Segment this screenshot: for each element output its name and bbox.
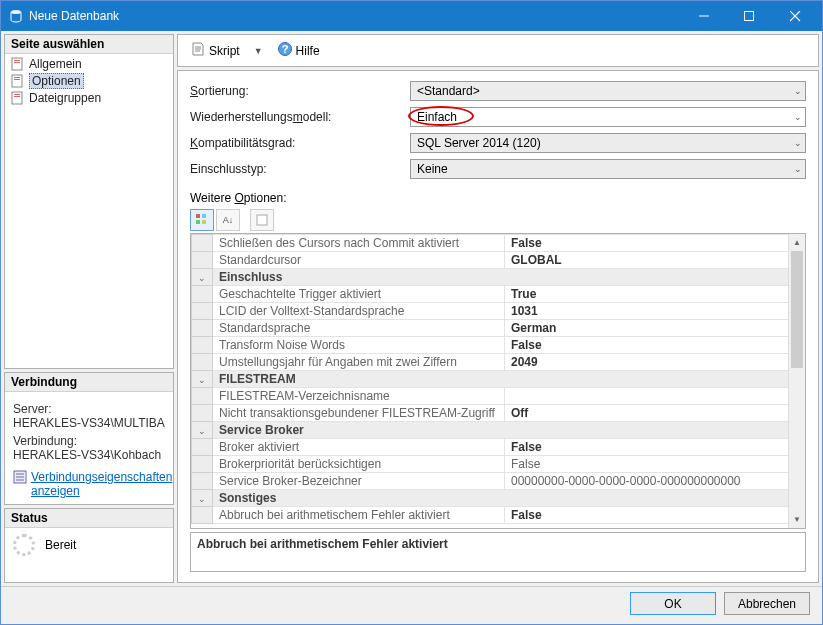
- grid-property-value[interactable]: True: [505, 286, 805, 303]
- connection-panel: Verbindung Server: HERAKLES-VS34\MULTIBA…: [4, 372, 174, 505]
- categorized-button[interactable]: [190, 209, 214, 231]
- connection-props-text2: anzeigen: [31, 484, 80, 498]
- grid-property-row[interactable]: FILESTREAM-Verzeichnisname: [192, 388, 805, 405]
- pages-icon: [255, 213, 269, 227]
- main-panel: Sortierung: <Standard> ⌄ Wiederherstellu…: [177, 70, 819, 583]
- grid-property-name: Brokerpriorität berücksichtigen: [213, 456, 505, 473]
- grid-property-value[interactable]: GLOBAL: [505, 252, 805, 269]
- svg-rect-2: [744, 12, 753, 21]
- grid-property-name: Standardcursor: [213, 252, 505, 269]
- connection-heading: Verbindung: [5, 373, 173, 392]
- sidebar-item-label: Allgemein: [29, 57, 82, 71]
- grid-property-row[interactable]: LCID der Volltext-Standardsprache1031: [192, 303, 805, 320]
- ok-button[interactable]: OK: [630, 592, 716, 615]
- close-button[interactable]: [774, 1, 822, 31]
- svg-text:?: ?: [281, 43, 288, 55]
- sidebar-item-label: Dateigruppen: [29, 91, 101, 105]
- page-select-panel: Seite auswählen Allgemein Optionen: [4, 34, 174, 369]
- grid-property-row[interactable]: Schließen des Cursors nach Commit aktivi…: [192, 235, 805, 252]
- grid-category-row[interactable]: ⌄Sonstiges: [192, 490, 805, 507]
- alphabetical-button[interactable]: A↓: [216, 209, 240, 231]
- sort-az-icon: A↓: [223, 215, 234, 225]
- sidebar-item-optionen[interactable]: Optionen: [9, 72, 169, 90]
- compat-select[interactable]: SQL Server 2014 (120) ⌄: [410, 133, 806, 153]
- grid-property-name: Nicht transaktionsgebundener FILESTREAM-…: [213, 405, 505, 422]
- grid-property-value[interactable]: False: [505, 507, 805, 524]
- cancel-button[interactable]: Abbrechen: [724, 592, 810, 615]
- connection-props-link[interactable]: Verbindungseigenschaften anzeigen: [13, 470, 165, 498]
- svg-rect-6: [14, 60, 20, 61]
- server-label: Server:: [13, 402, 165, 416]
- maximize-button[interactable]: [729, 1, 774, 31]
- property-description: Abbruch bei arithmetischem Fehler aktivi…: [190, 532, 806, 572]
- sort-select[interactable]: <Standard> ⌄: [410, 81, 806, 101]
- page-list: Allgemein Optionen Dateigruppen: [5, 54, 173, 108]
- svg-rect-23: [202, 220, 206, 224]
- grid-property-row[interactable]: StandardspracheGerman: [192, 320, 805, 337]
- grid-property-row[interactable]: Geschachtelte Trigger aktiviertTrue: [192, 286, 805, 303]
- page-select-heading: Seite auswählen: [5, 35, 173, 54]
- grid-category-row[interactable]: ⌄Einschluss: [192, 269, 805, 286]
- right-pane: Skript ▼ ? Hilfe Sortierung: <Standard> …: [177, 34, 819, 583]
- script-dropdown-arrow[interactable]: ▼: [250, 46, 267, 56]
- left-pane: Seite auswählen Allgemein Optionen: [4, 34, 174, 583]
- property-pages-button[interactable]: [250, 209, 274, 231]
- grid-property-row[interactable]: Abbruch bei arithmetischem Fehler aktivi…: [192, 507, 805, 524]
- grid-property-value[interactable]: False: [505, 439, 805, 456]
- grid-property-value[interactable]: 2049: [505, 354, 805, 371]
- status-panel: Status Bereit: [4, 508, 174, 583]
- grid-category-row[interactable]: ⌄FILESTREAM: [192, 371, 805, 388]
- grid-property-row[interactable]: StandardcursorGLOBAL: [192, 252, 805, 269]
- help-button[interactable]: ? Hilfe: [273, 39, 324, 62]
- grid-scrollbar[interactable]: ▲ ▼: [788, 234, 805, 528]
- recovery-select[interactable]: Einfach ⌄: [410, 107, 806, 127]
- grid-property-value[interactable]: False: [505, 456, 805, 473]
- grid-property-value[interactable]: False: [505, 337, 805, 354]
- grid-category-label: Einschluss: [213, 269, 805, 286]
- properties-icon: [13, 470, 27, 498]
- grid-property-row[interactable]: Broker aktiviertFalse: [192, 439, 805, 456]
- grid-property-name: LCID der Volltext-Standardsprache: [213, 303, 505, 320]
- scroll-thumb[interactable]: [791, 251, 803, 368]
- grid-property-value[interactable]: 1031: [505, 303, 805, 320]
- dialog-footer: OK Abbrechen: [1, 586, 822, 620]
- grid-property-value[interactable]: 00000000-0000-0000-0000-000000000000: [505, 473, 805, 490]
- sidebar-item-allgemein[interactable]: Allgemein: [9, 56, 169, 72]
- scroll-down-button[interactable]: ▼: [789, 511, 805, 528]
- compat-value: SQL Server 2014 (120): [417, 136, 541, 150]
- containment-value: Keine: [417, 162, 448, 176]
- grid-property-value[interactable]: Off: [505, 405, 805, 422]
- sort-label: Sortierung:: [190, 84, 410, 98]
- grid-property-row[interactable]: Umstellungsjahr für Angaben mit zwei Zif…: [192, 354, 805, 371]
- connection-props-text1: Verbindungseigenschaften: [31, 470, 172, 484]
- compat-label: Kompatibilitätsgrad:: [190, 136, 410, 150]
- grid-property-value[interactable]: [505, 388, 805, 405]
- chevron-down-icon: ⌄: [198, 273, 206, 283]
- grid-category-label: Sonstiges: [213, 490, 805, 507]
- grid-property-row[interactable]: Transform Noise WordsFalse: [192, 337, 805, 354]
- chevron-down-icon: ⌄: [198, 375, 206, 385]
- grid-property-value[interactable]: German: [505, 320, 805, 337]
- containment-select[interactable]: Keine ⌄: [410, 159, 806, 179]
- grid-category-row[interactable]: ⌄Service Broker: [192, 422, 805, 439]
- toolbar: Skript ▼ ? Hilfe: [177, 34, 819, 67]
- svg-rect-7: [14, 62, 20, 63]
- grid-property-row[interactable]: Brokerpriorität berücksichtigenFalse: [192, 456, 805, 473]
- svg-rect-8: [12, 75, 22, 87]
- scroll-up-button[interactable]: ▲: [789, 234, 805, 251]
- grid-property-row[interactable]: Nicht transaktionsgebundener FILESTREAM-…: [192, 405, 805, 422]
- grid-property-value[interactable]: False: [505, 235, 805, 252]
- script-button[interactable]: Skript: [186, 39, 244, 62]
- svg-rect-5: [12, 58, 22, 70]
- svg-rect-13: [14, 96, 20, 97]
- chevron-down-icon: ⌄: [794, 138, 802, 148]
- grid-property-name: Abbruch bei arithmetischem Fehler aktivi…: [213, 507, 505, 524]
- categorized-icon: [195, 213, 209, 227]
- chevron-down-icon: ⌄: [198, 494, 206, 504]
- cancel-label: Abbrechen: [738, 597, 796, 611]
- sidebar-item-dateigruppen[interactable]: Dateigruppen: [9, 90, 169, 106]
- connection-value: HERAKLES-VS34\Kohbach: [13, 448, 165, 462]
- minimize-button[interactable]: [684, 1, 729, 31]
- grid-property-row[interactable]: Service Broker-Bezeichner00000000-0000-0…: [192, 473, 805, 490]
- sort-value: <Standard>: [417, 84, 480, 98]
